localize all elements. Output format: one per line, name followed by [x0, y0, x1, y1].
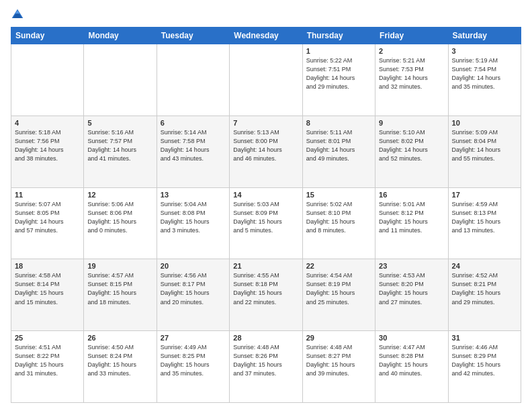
calendar-cell	[157, 44, 229, 116]
day-info: Sunrise: 5:14 AM Sunset: 7:58 PM Dayligh…	[161, 128, 226, 163]
weekday-header-sunday: Sunday	[11, 28, 84, 44]
calendar-cell: 9Sunrise: 5:10 AM Sunset: 8:02 PM Daylig…	[375, 116, 448, 187]
day-info: Sunrise: 4:58 AM Sunset: 8:14 PM Dayligh…	[15, 271, 80, 306]
calendar-cell: 2Sunrise: 5:21 AM Sunset: 7:53 PM Daylig…	[375, 44, 448, 116]
calendar-week-row: 4Sunrise: 5:18 AM Sunset: 7:56 PM Daylig…	[11, 116, 521, 187]
weekday-header-tuesday: Tuesday	[157, 28, 229, 44]
day-info: Sunrise: 4:54 AM Sunset: 8:19 PM Dayligh…	[306, 271, 371, 306]
day-number: 8	[306, 119, 371, 127]
logo-icon	[11, 8, 24, 21]
calendar-cell: 18Sunrise: 4:58 AM Sunset: 8:14 PM Dayli…	[11, 259, 84, 331]
day-number: 24	[452, 262, 517, 270]
day-info: Sunrise: 4:50 AM Sunset: 8:24 PM Dayligh…	[87, 343, 152, 378]
day-info: Sunrise: 5:16 AM Sunset: 7:57 PM Dayligh…	[87, 128, 152, 163]
day-info: Sunrise: 5:22 AM Sunset: 7:51 PM Dayligh…	[306, 56, 371, 91]
day-info: Sunrise: 4:47 AM Sunset: 8:28 PM Dayligh…	[379, 343, 444, 378]
calendar-week-row: 11Sunrise: 5:07 AM Sunset: 8:05 PM Dayli…	[11, 187, 521, 259]
calendar-cell: 11Sunrise: 5:07 AM Sunset: 8:05 PM Dayli…	[11, 187, 84, 259]
day-info: Sunrise: 4:48 AM Sunset: 8:27 PM Dayligh…	[306, 343, 371, 378]
day-info: Sunrise: 5:04 AM Sunset: 8:08 PM Dayligh…	[161, 200, 226, 235]
day-number: 10	[452, 119, 517, 127]
logo	[11, 8, 27, 21]
day-info: Sunrise: 5:06 AM Sunset: 8:06 PM Dayligh…	[87, 200, 152, 235]
day-number: 31	[452, 334, 517, 342]
calendar-cell: 1Sunrise: 5:22 AM Sunset: 7:51 PM Daylig…	[302, 44, 375, 116]
calendar-cell	[11, 44, 84, 116]
day-number: 25	[15, 334, 80, 342]
weekday-header-row: SundayMondayTuesdayWednesdayThursdayFrid…	[11, 28, 521, 44]
day-number: 17	[452, 191, 517, 199]
calendar-cell: 24Sunrise: 4:52 AM Sunset: 8:21 PM Dayli…	[448, 259, 521, 331]
day-number: 16	[379, 191, 444, 199]
day-number: 6	[161, 119, 226, 127]
day-number: 30	[379, 334, 444, 342]
day-number: 3	[452, 47, 517, 55]
day-number: 20	[161, 262, 226, 270]
day-number: 28	[233, 334, 298, 342]
day-info: Sunrise: 5:21 AM Sunset: 7:53 PM Dayligh…	[379, 56, 444, 91]
calendar-cell: 30Sunrise: 4:47 AM Sunset: 8:28 PM Dayli…	[375, 331, 448, 403]
calendar-cell: 27Sunrise: 4:49 AM Sunset: 8:25 PM Dayli…	[157, 331, 229, 403]
calendar-cell: 26Sunrise: 4:50 AM Sunset: 8:24 PM Dayli…	[84, 331, 157, 403]
day-number: 12	[87, 191, 152, 199]
calendar-cell: 16Sunrise: 5:01 AM Sunset: 8:12 PM Dayli…	[375, 187, 448, 259]
calendar-cell: 20Sunrise: 4:56 AM Sunset: 8:17 PM Dayli…	[157, 259, 229, 331]
calendar-cell: 12Sunrise: 5:06 AM Sunset: 8:06 PM Dayli…	[84, 187, 157, 259]
calendar-cell: 28Sunrise: 4:48 AM Sunset: 8:26 PM Dayli…	[230, 331, 302, 403]
day-number: 1	[306, 47, 371, 55]
day-number: 18	[15, 262, 80, 270]
calendar-cell: 31Sunrise: 4:46 AM Sunset: 8:29 PM Dayli…	[448, 331, 521, 403]
calendar-cell: 4Sunrise: 5:18 AM Sunset: 7:56 PM Daylig…	[11, 116, 84, 187]
calendar-cell: 6Sunrise: 5:14 AM Sunset: 7:58 PM Daylig…	[157, 116, 229, 187]
day-info: Sunrise: 4:52 AM Sunset: 8:21 PM Dayligh…	[452, 271, 517, 306]
day-info: Sunrise: 4:55 AM Sunset: 8:18 PM Dayligh…	[233, 271, 298, 306]
calendar-cell: 8Sunrise: 5:11 AM Sunset: 8:01 PM Daylig…	[302, 116, 375, 187]
day-number: 29	[306, 334, 371, 342]
day-number: 5	[87, 119, 152, 127]
calendar-cell: 3Sunrise: 5:19 AM Sunset: 7:54 PM Daylig…	[448, 44, 521, 116]
day-info: Sunrise: 5:19 AM Sunset: 7:54 PM Dayligh…	[452, 56, 517, 91]
weekday-header-saturday: Saturday	[448, 28, 521, 44]
weekday-header-thursday: Thursday	[302, 28, 375, 44]
day-number: 27	[161, 334, 226, 342]
calendar-cell: 22Sunrise: 4:54 AM Sunset: 8:19 PM Dayli…	[302, 259, 375, 331]
calendar-cell: 15Sunrise: 5:02 AM Sunset: 8:10 PM Dayli…	[302, 187, 375, 259]
day-info: Sunrise: 5:11 AM Sunset: 8:01 PM Dayligh…	[306, 128, 371, 163]
day-info: Sunrise: 4:48 AM Sunset: 8:26 PM Dayligh…	[233, 343, 298, 378]
day-number: 2	[379, 47, 444, 55]
day-info: Sunrise: 5:01 AM Sunset: 8:12 PM Dayligh…	[379, 200, 444, 235]
calendar-cell	[230, 44, 302, 116]
day-number: 19	[87, 262, 152, 270]
calendar-cell: 19Sunrise: 4:57 AM Sunset: 8:15 PM Dayli…	[84, 259, 157, 331]
day-info: Sunrise: 4:46 AM Sunset: 8:29 PM Dayligh…	[452, 343, 517, 378]
day-info: Sunrise: 4:49 AM Sunset: 8:25 PM Dayligh…	[161, 343, 226, 378]
calendar-cell: 10Sunrise: 5:09 AM Sunset: 8:04 PM Dayli…	[448, 116, 521, 187]
day-info: Sunrise: 4:51 AM Sunset: 8:22 PM Dayligh…	[15, 343, 80, 378]
day-info: Sunrise: 5:03 AM Sunset: 8:09 PM Dayligh…	[233, 200, 298, 235]
day-number: 15	[306, 191, 371, 199]
calendar-cell: 25Sunrise: 4:51 AM Sunset: 8:22 PM Dayli…	[11, 331, 84, 403]
calendar-week-row: 1Sunrise: 5:22 AM Sunset: 7:51 PM Daylig…	[11, 44, 521, 116]
weekday-header-monday: Monday	[84, 28, 157, 44]
calendar-cell: 5Sunrise: 5:16 AM Sunset: 7:57 PM Daylig…	[84, 116, 157, 187]
day-info: Sunrise: 4:57 AM Sunset: 8:15 PM Dayligh…	[87, 271, 152, 306]
calendar-week-row: 18Sunrise: 4:58 AM Sunset: 8:14 PM Dayli…	[11, 259, 521, 331]
day-info: Sunrise: 5:13 AM Sunset: 8:00 PM Dayligh…	[233, 128, 298, 163]
header	[11, 8, 521, 21]
day-number: 22	[306, 262, 371, 270]
day-number: 21	[233, 262, 298, 270]
day-info: Sunrise: 4:59 AM Sunset: 8:13 PM Dayligh…	[452, 200, 517, 235]
calendar-cell	[84, 44, 157, 116]
day-number: 7	[233, 119, 298, 127]
day-info: Sunrise: 5:07 AM Sunset: 8:05 PM Dayligh…	[15, 200, 80, 235]
day-info: Sunrise: 4:56 AM Sunset: 8:17 PM Dayligh…	[161, 271, 226, 306]
calendar-cell: 13Sunrise: 5:04 AM Sunset: 8:08 PM Dayli…	[157, 187, 229, 259]
calendar-cell: 14Sunrise: 5:03 AM Sunset: 8:09 PM Dayli…	[230, 187, 302, 259]
day-info: Sunrise: 4:53 AM Sunset: 8:20 PM Dayligh…	[379, 271, 444, 306]
day-number: 11	[15, 191, 80, 199]
calendar-cell: 21Sunrise: 4:55 AM Sunset: 8:18 PM Dayli…	[230, 259, 302, 331]
weekday-header-wednesday: Wednesday	[230, 28, 302, 44]
day-number: 13	[161, 191, 226, 199]
page: SundayMondayTuesdayWednesdayThursdayFrid…	[0, 0, 532, 411]
calendar-cell: 17Sunrise: 4:59 AM Sunset: 8:13 PM Dayli…	[448, 187, 521, 259]
